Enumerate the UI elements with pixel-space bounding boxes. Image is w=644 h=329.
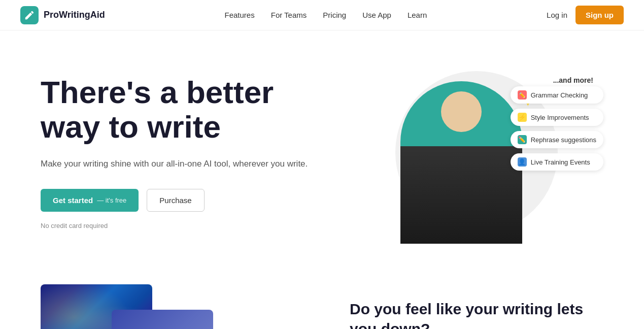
hero-illustration: ...and more! ✦ ✏️ Grammar Checking ⚡ Sty…: [370, 61, 603, 244]
nav-use-app[interactable]: Use App: [362, 11, 391, 19]
signup-button[interactable]: Sign up: [575, 6, 624, 24]
no-credit-text: No credit card required: [41, 222, 308, 229]
style-icon: ⚡: [518, 113, 527, 122]
feature-tag-style: ⚡ Style Improvements: [511, 109, 603, 126]
section2: My idea in my head Do you feel like your…: [0, 264, 644, 329]
get-started-button[interactable]: Get started — it's free: [41, 189, 139, 212]
more-tag: ...and more!: [553, 76, 593, 84]
navbar: ProWritingAid Features For Teams Pricing…: [0, 0, 644, 30]
person-head: [441, 91, 482, 132]
hero-buttons: Get started — it's free Purchase: [41, 189, 308, 212]
feature-tag-rephrase: ✏️ Rephrase suggestions: [511, 131, 603, 148]
rephrase-label: Rephrase suggestions: [531, 136, 596, 144]
logo-text: ProWritingAid: [44, 10, 105, 20]
grammar-label: Grammar Checking: [531, 91, 588, 99]
hero-section: There's a better way to write Make your …: [0, 30, 644, 264]
hero-title: There's a better way to write: [41, 75, 308, 144]
purchase-button[interactable]: Purchase: [147, 189, 204, 212]
grammar-icon: ✏️: [518, 90, 527, 100]
section2-content: Do you feel like your writing lets you d…: [350, 299, 603, 329]
nav-features[interactable]: Features: [225, 11, 255, 19]
login-button[interactable]: Log in: [547, 11, 567, 19]
logo-link[interactable]: ProWritingAid: [20, 6, 105, 24]
feature-tag-training: 👤 Live Training Events: [511, 153, 603, 171]
nav-pricing[interactable]: Pricing: [323, 11, 346, 19]
hero-content: There's a better way to write Make your …: [41, 75, 308, 229]
style-label: Style Improvements: [531, 114, 589, 121]
nav-actions: Log in Sign up: [547, 6, 624, 24]
rephrase-icon: ✏️: [518, 135, 527, 144]
logo-icon: [20, 6, 39, 24]
nav-links: Features For Teams Pricing Use App Learn: [225, 11, 427, 20]
training-label: Live Training Events: [531, 158, 590, 166]
blue-card-image: [112, 310, 213, 329]
logo-svg: [24, 10, 35, 21]
section2-image: My idea in my head: [41, 284, 233, 329]
nav-for-teams[interactable]: For Teams: [271, 11, 307, 19]
nav-learn[interactable]: Learn: [408, 11, 427, 19]
hero-person: [400, 81, 522, 244]
section2-title: Do you feel like your writing lets you d…: [350, 299, 603, 329]
hero-subtitle: Make your writing shine with our all-in-…: [41, 157, 308, 171]
feature-tag-grammar: ✏️ Grammar Checking: [511, 86, 603, 104]
training-icon: 👤: [518, 157, 527, 167]
feature-tags: ✏️ Grammar Checking ⚡ Style Improvements…: [511, 86, 603, 171]
